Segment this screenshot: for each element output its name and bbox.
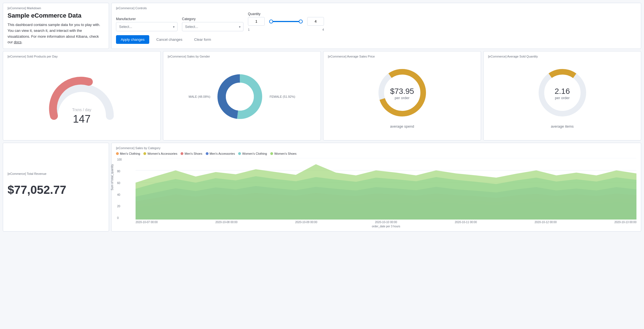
legend-item: Women's Clothing	[238, 152, 267, 155]
quantity-group: Quantity 1 4	[248, 12, 324, 31]
middle-row: [eCommerce] Sold Products per Day Trxns …	[3, 51, 641, 140]
x-axis-title: order_date per 3 hours	[116, 225, 636, 228]
avg-price-label: average spend	[390, 124, 414, 128]
quantity-label: Quantity	[248, 12, 324, 16]
avg-qty-label: average items	[551, 124, 574, 128]
top-row: [eCommerce] Markdown Sample eCommerce Da…	[3, 3, 641, 49]
avg-price-value: $73.95	[390, 87, 414, 96]
manufacturer-select[interactable]: Select...	[116, 22, 177, 31]
x-label-6: 2020-10-13 00:00	[614, 221, 636, 224]
legend-dot	[270, 152, 273, 155]
gender-donut-svg	[215, 71, 265, 122]
quantity-max-label: 4	[322, 28, 324, 31]
male-label: MALE (48.08%)	[189, 95, 210, 98]
x-label-4: 2020-10-11 00:00	[455, 221, 477, 224]
legend-dot	[143, 152, 146, 155]
clear-form-button[interactable]: Clear form	[190, 35, 216, 44]
chart-wrapper: Sum of total_quantity	[116, 158, 636, 220]
category-select[interactable]: Select...	[182, 22, 243, 31]
markdown-panel: [eCommerce] Markdown Sample eCommerce Da…	[3, 3, 109, 49]
sold-products-title: [eCommerce] Sold Products per Day	[8, 55, 156, 58]
avg-price-center: $73.95 per order	[390, 87, 414, 100]
legend-item: Men's Shoes	[181, 152, 202, 155]
avg-sales-price-title: [eCommerce] Average Sales Price	[328, 55, 476, 58]
avg-qty-donut-wrapper: 2.16 per order	[534, 65, 590, 121]
markdown-heading: Sample eCommerce Data	[8, 12, 104, 19]
sold-products-panel: [eCommerce] Sold Products per Day Trxns …	[3, 51, 161, 140]
avg-sold-qty-container: 2.16 per order average items	[488, 60, 636, 133]
x-label-2: 2020-10-09 00:00	[295, 221, 317, 224]
controls-panel-title: [eCommerce] Controls	[116, 6, 636, 10]
controls-panel: [eCommerce] Controls Manufacturer Select…	[111, 3, 641, 49]
avg-qty-center: 2.16 per order	[555, 87, 570, 100]
quantity-min-input[interactable]	[248, 17, 265, 26]
x-label-1: 2020-10-08 00:00	[216, 221, 238, 224]
controls-row: Manufacturer Select... ▾ Category Select…	[116, 12, 636, 31]
category-group: Category Select... ▾	[182, 17, 243, 31]
legend-label: Men's Clothing	[120, 152, 140, 155]
gauge-text: Trxns / day 147	[72, 108, 91, 125]
sales-category-panel: [eCommerce] Sales by Category Men's Clot…	[111, 143, 641, 232]
x-label-3: 2020-10-10 00:00	[375, 221, 397, 224]
avg-qty-value: 2.16	[555, 87, 570, 96]
total-revenue-title: [eCommerce] Total Revenue	[8, 172, 104, 175]
y-axis-label: Sum of total_quantity	[111, 164, 114, 190]
x-axis: 2020-10-07 00:00 2020-10-08 00:00 2020-1…	[116, 221, 636, 224]
legend-dot	[238, 152, 241, 155]
avg-qty-sub: per order	[555, 96, 570, 100]
docs-link[interactable]: docs	[14, 40, 21, 44]
sales-category-title: [eCommerce] Sales by Category	[116, 146, 636, 150]
y-label-60: 60	[117, 182, 122, 185]
quantity-range-track[interactable]	[269, 21, 303, 22]
x-label-5: 2020-10-12 00:00	[535, 221, 557, 224]
y-label-0: 0	[117, 216, 122, 220]
y-label-40: 40	[117, 193, 122, 196]
y-axis-labels: 100 80 60 40 20 0	[116, 158, 123, 220]
quantity-max-input[interactable]	[307, 17, 324, 26]
legend-item: Men's Clothing	[116, 152, 140, 155]
avg-price-sub: per order	[390, 96, 414, 100]
y-label-80: 80	[117, 170, 122, 173]
manufacturer-group: Manufacturer Select... ▾	[116, 17, 177, 31]
avg-sold-qty-panel: [eCommerce] Average Sold Quantity 2.16 p…	[483, 51, 641, 140]
quantity-range-labels: 1 4	[248, 28, 324, 31]
quantity-thumb-right[interactable]	[299, 20, 303, 23]
category-label: Category	[182, 17, 243, 21]
x-label-0: 2020-10-07 00:00	[136, 221, 158, 224]
actions-row: Apply changes Cancel changes Clear form	[116, 35, 636, 44]
total-revenue-panel: [eCommerce] Total Revenue $77,052.77	[3, 143, 109, 232]
area-chart-svg	[136, 158, 636, 220]
y-label-100: 100	[117, 158, 122, 161]
avg-sales-price-panel: [eCommerce] Average Sales Price $73.95 p…	[323, 51, 481, 140]
legend-label: Women's Clothing	[242, 152, 267, 155]
legend-item: Women's Accessories	[143, 152, 177, 155]
legend-label: Men's Accessories	[210, 152, 235, 155]
avg-price-donut-wrapper: $73.95 per order	[374, 65, 430, 121]
legend-dot	[181, 152, 183, 155]
bottom-row: [eCommerce] Total Revenue $77,052.77 [eC…	[3, 143, 641, 232]
sales-gender-panel: [eCommerce] Sales by Gender MALE (48.08%…	[163, 51, 321, 140]
quantity-range-fill	[269, 21, 303, 22]
donut-with-labels: MALE (48.08%) FEMALE (51.92%)	[168, 71, 316, 122]
apply-changes-button[interactable]: Apply changes	[116, 35, 149, 44]
legend-dot	[116, 152, 119, 155]
y-label-20: 20	[117, 205, 122, 208]
svg-point-2	[226, 83, 254, 111]
quantity-min-label: 1	[248, 28, 250, 31]
legend-label: Men's Shoes	[184, 152, 202, 155]
legend-item: Women's Shoes	[270, 152, 297, 155]
category-select-wrapper: Select... ▾	[182, 22, 243, 31]
manufacturer-label: Manufacturer	[116, 17, 177, 21]
sales-gender-title: [eCommerce] Sales by Gender	[168, 55, 316, 58]
legend-label: Women's Shoes	[274, 152, 297, 155]
area-chart	[136, 158, 636, 220]
female-label: FEMALE (51.92%)	[269, 95, 295, 98]
markdown-description: This dashboard contains sample data for …	[8, 22, 104, 45]
markdown-panel-title: [eCommerce] Markdown	[8, 6, 104, 10]
gauge-container: Trxns / day 147	[8, 60, 156, 133]
quantity-thumb-left[interactable]	[269, 20, 273, 23]
cancel-changes-button[interactable]: Cancel changes	[151, 35, 187, 44]
legend-dot	[206, 152, 209, 155]
gauge-label: Trxns / day	[72, 108, 91, 112]
gauge-value: 147	[72, 113, 91, 125]
